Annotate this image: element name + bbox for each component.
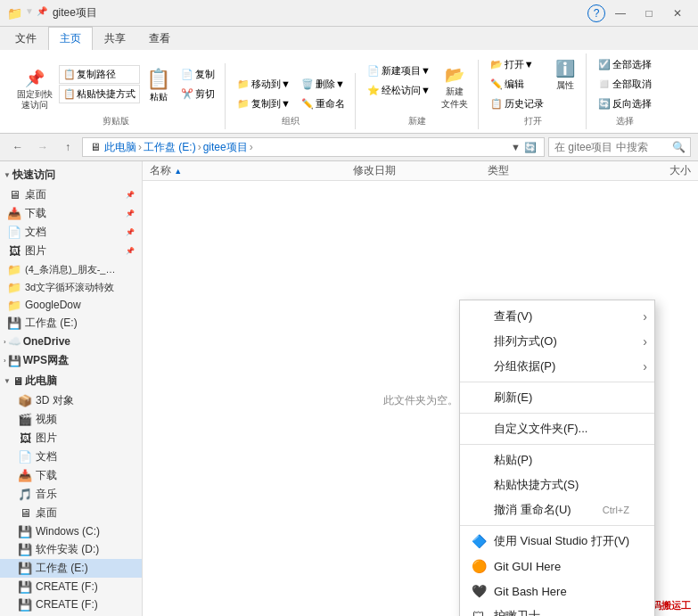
menu-item-git-bash[interactable]: 🖤 Git Bash Here [460,579,654,604]
col-date[interactable]: 修改日期 [353,163,489,178]
sidebar-item-images[interactable]: 🖼 图片 [0,429,142,448]
sidebar-item-music[interactable]: 🎵 音乐 [0,485,142,504]
path-folder[interactable]: gitee项目 [203,140,248,155]
properties-button[interactable]: ℹ️ 属性 [550,55,580,94]
sidebar-item-work-e[interactable]: 💾 工作盘 (E:) [0,559,142,578]
sidebar-item-documents[interactable]: 📄 文档 [0,448,142,466]
menu-item-group[interactable]: 分组依据(P) [460,354,654,379]
col-type[interactable]: 类型 [488,163,623,178]
sort-menu-icon [471,333,487,349]
forward-button[interactable]: → [32,137,53,157]
windows-c-label: Windows (C:) [36,525,100,538]
sidebar-section-onedrive[interactable]: › ☁️ OneDrive [0,333,142,350]
copy-path-button[interactable]: 📋 复制路径 [59,65,140,84]
menu-item-paste-shortcut[interactable]: 粘贴快捷方式(S) [460,472,654,497]
edit-button[interactable]: ✏️编辑 [486,75,548,94]
menu-item-sort[interactable]: 排列方式(O) [460,329,654,354]
sidebar-item-create-f2[interactable]: 💾 CREATE (F:) [0,595,142,613]
up-button[interactable]: ↑ [57,137,78,157]
sidebar-item-downloads[interactable]: 📥 下载 📌 [0,204,142,223]
easy-access-button[interactable]: ⭐经松访问▼ [363,81,435,100]
pin-quick-access-button[interactable]: 📌 固定到快速访问 [12,65,57,113]
menu-item-refresh[interactable]: 刷新(E) [460,385,654,410]
sidebar-item-weijia[interactable]: 📁 (4_条消息)_朋友-_微家地果... [0,260,142,278]
sidebar-item-desktop[interactable]: 🖥 桌面 📌 [0,185,142,204]
move-icon: 📁 [237,78,250,90]
wps-label: WPS网盘 [23,353,69,368]
minimize-button[interactable]: — [607,4,634,22]
sidebar-section-thispc[interactable]: ▼ 🖥 此电脑 [0,371,142,391]
cut-button[interactable]: ✂️剪切 [177,85,219,103]
menu-item-vs[interactable]: 🔷 使用 Visual Studio 打开(V) [460,529,654,554]
deselect-all-button[interactable]: ◻️全部取消 [594,75,656,94]
address-path[interactable]: 🖥 此电脑 › 工作盘 (E:) › gitee项目 › ▼ 🔄 [82,137,545,157]
search-input[interactable] [548,137,691,157]
move-to-button[interactable]: 📁移动到▼ [233,75,295,94]
close-button[interactable]: ✕ [664,4,691,22]
copy-to-button[interactable]: 📁复制到▼ [233,94,295,113]
sidebar-item-3dobj[interactable]: 📦 3D 对象 [0,391,142,410]
col-name[interactable]: 名称 ▲ [150,163,353,178]
path-pc[interactable]: 此电脑 [104,140,136,155]
sidebar-item-windows-c[interactable]: 💾 Windows (C:) [0,522,142,540]
sidebar-section-quickaccess[interactable]: ▼ 快速访问 [0,165,142,185]
main-layout: ▼ 快速访问 🖥 桌面 📌 📥 下载 📌 📄 文档 📌 🖼 图片 📌 📁 (4_… [0,161,698,616]
new-item-button[interactable]: 📄新建项目▼ [363,62,435,80]
refresh-button[interactable]: 🔄 [524,142,537,153]
maximize-button[interactable]: □ [636,4,662,22]
vs-icon: 🔷 [471,533,487,549]
menu-item-git-gui[interactable]: 🟠 Git GUI Here [460,554,654,579]
context-menu: 查看(V) 排列方式(O) 分组依据(P) 刷新(E) 自定义文件夹(F)... [459,300,655,616]
tab-file[interactable]: 文件 [4,27,48,50]
menu-item-guardian[interactable]: 🛡 护瞰卫士 [460,604,654,616]
edit-icon: ✏️ [490,78,503,90]
new-folder-button[interactable]: 📂 新建文件夹 [437,62,472,113]
sidebar-section-wps[interactable]: › 💾 WPS网盘 [0,350,142,371]
path-drive[interactable]: 工作盘 (E:) [144,140,196,155]
menu-item-view[interactable]: 查看(V) [460,304,654,329]
pics-icon: 🖼 [7,244,21,259]
menu-item-customize[interactable]: 自定义文件夹(F)... [460,416,654,441]
copy-button[interactable]: 📄复制 [177,65,219,84]
sidebar-item-work-drive-qa[interactable]: 💾 工作盘 (E:) [0,314,142,333]
sidebar-item-create-f1[interactable]: 💾 CREATE (F:) [0,578,142,595]
select-label: 选择 [616,115,634,127]
desktop-icon: 🖥 [7,188,21,202]
properties-icon: ℹ️ [554,58,576,79]
tab-view[interactable]: 查看 [137,27,182,50]
paste-button[interactable]: 📋 粘贴 [142,65,175,106]
software-d-label: 软件安装 (D:) [36,542,99,557]
create-f2-icon: 💾 [18,597,32,612]
select-all-button[interactable]: ☑️全部选择 [594,55,656,74]
paste-shortcut-button[interactable]: 📋 粘贴快捷方式 [59,85,140,103]
tab-home[interactable]: 主页 [48,27,93,50]
sidebar-item-google[interactable]: 📁 GoogleDow [0,296,142,314]
dl-label: 下载 [36,468,57,483]
sidebar-item-pics[interactable]: 🖼 图片 📌 [0,242,142,260]
cut-icon: ✂️ [181,88,193,100]
back-button[interactable]: ← [7,137,29,157]
sidebar-item-dl[interactable]: 📥 下载 [0,466,142,485]
rename-button[interactable]: ✏️重命名 [297,94,349,113]
help-button[interactable]: ? [587,4,605,22]
menu-item-undo[interactable]: 撤消 重命名(U) Ctrl+Z [460,497,654,522]
sidebar-item-3d[interactable]: 📁 3d文字循环滚动特效 [0,278,142,296]
sidebar-item-software-d[interactable]: 💾 软件安装 (D:) [0,540,142,559]
3dobj-label: 3D 对象 [36,393,74,408]
sidebar-item-desktp[interactable]: 🖥 桌面 [0,504,142,522]
sidebar-item-docs[interactable]: 📄 文档 📌 [0,223,142,242]
cut-paste-col: 📋 粘贴 [142,65,175,106]
organize-label: 组织 [282,115,300,127]
documents-label: 文档 [36,449,57,464]
sidebar-item-video[interactable]: 🎬 视频 [0,410,142,429]
delete-button[interactable]: 🗑️删除▼ [297,75,349,94]
history-button[interactable]: 📋历史记录 [486,94,548,113]
open-icon: 📂 [490,59,503,70]
invert-select-button[interactable]: 🔄反向选择 [594,94,656,113]
open-button[interactable]: 📂打开▼ [486,55,548,74]
menu-item-paste[interactable]: 粘贴(P) [460,448,654,472]
col-size[interactable]: 大小 [623,163,691,178]
path-dropdown[interactable]: ▼ [511,142,521,152]
tab-share[interactable]: 共享 [93,27,137,50]
pin-doc-icon: 📌 [126,228,135,236]
